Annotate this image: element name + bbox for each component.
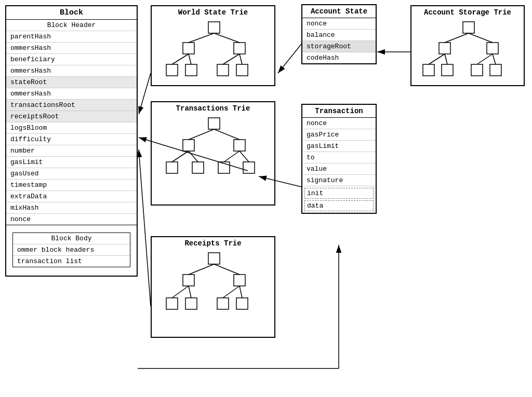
svg-line-23 (445, 54, 447, 64)
field-extraData: extraData (6, 191, 137, 202)
transactions-tree-svg (152, 114, 276, 204)
receipts-trie-tree (152, 249, 274, 337)
svg-line-12 (240, 54, 242, 64)
svg-rect-41 (234, 275, 245, 286)
field-transactionsRoot: transactionsRoot (6, 100, 137, 111)
svg-line-33 (189, 129, 214, 140)
field-mixHash: mixHash (6, 202, 137, 214)
account-field-storageRoot: storageRoot (302, 41, 376, 52)
diagram-container: Block Block Header parentHash ommersHash… (0, 0, 532, 397)
svg-line-8 (214, 33, 240, 43)
svg-line-9 (172, 54, 189, 64)
transaction-field-gasLimit: gasLimit (302, 141, 376, 152)
account-field-balance: balance (302, 30, 376, 41)
worldstate-account-arrow (278, 44, 301, 73)
field-transaction-list: transaction list (13, 256, 130, 267)
field-ommersHash2: ommersHash (6, 65, 137, 77)
svg-line-20 (445, 33, 469, 43)
account-storage-trie-tree (411, 18, 524, 85)
field-ommersHash3: ommersHash (6, 88, 137, 100)
block-body-section: Block Body ommer block headers transacti… (12, 232, 130, 267)
svg-line-11 (223, 54, 240, 64)
svg-line-38 (240, 151, 249, 162)
svg-line-37 (224, 151, 240, 162)
transaction-field-init: init (304, 188, 374, 199)
block-body-wrapper: Block Body ommer block headers transacti… (6, 225, 137, 276)
transactions-trie-tree (152, 114, 274, 204)
svg-line-51 (240, 286, 242, 298)
transaction-box: Transaction nonce gasPrice gasLimit to v… (301, 104, 377, 214)
svg-rect-13 (463, 22, 474, 33)
transaction-field-gasPrice: gasPrice (302, 129, 376, 141)
field-receiptsRoot: receiptsRoot (6, 111, 137, 122)
svg-rect-16 (423, 64, 434, 76)
svg-rect-31 (218, 162, 230, 173)
transaction-field-data: data (304, 200, 374, 211)
receipts-tree-svg (152, 249, 276, 337)
svg-rect-30 (192, 162, 204, 173)
field-number: number (6, 145, 137, 157)
svg-line-7 (189, 33, 214, 43)
field-stateRoot: stateRoot (6, 77, 137, 88)
svg-line-21 (469, 33, 493, 43)
receiptsroot-arrow (139, 149, 151, 306)
svg-line-24 (477, 54, 493, 64)
account-field-nonce: nonce (302, 18, 376, 30)
svg-line-10 (189, 54, 191, 64)
transaction-field-nonce: nonce (302, 118, 376, 129)
svg-rect-6 (236, 64, 248, 76)
account-storage-trie-box: Account Storage Trie (410, 5, 525, 86)
svg-rect-29 (166, 162, 178, 173)
svg-line-36 (189, 151, 198, 162)
block-header-label: Block Header (6, 20, 137, 31)
svg-rect-14 (439, 43, 450, 54)
svg-line-22 (429, 54, 445, 64)
account-state-title: Account State (302, 5, 376, 18)
transactions-trie-title: Transactions Trie (152, 102, 274, 114)
block-header-section: Block Header parentHash ommersHash benef… (6, 20, 137, 225)
svg-rect-1 (183, 43, 194, 54)
receipts-trie-box: Receipts Trie (151, 236, 275, 338)
field-gasLimit: gasLimit (6, 157, 137, 168)
svg-line-50 (223, 286, 240, 298)
svg-rect-0 (208, 22, 220, 33)
transactions-trie-box: Transactions Trie (151, 101, 275, 206)
svg-rect-19 (490, 64, 501, 76)
transaction-field-value: value (302, 163, 376, 175)
svg-line-25 (493, 54, 496, 64)
world-state-tree-svg (152, 18, 276, 85)
svg-rect-39 (208, 253, 220, 264)
field-beneficiary: beneficiary (6, 54, 137, 65)
field-logsBloom: logsBloom (6, 122, 137, 134)
account-storage-tree-svg (411, 18, 526, 85)
field-gasUsed: gasUsed (6, 168, 137, 180)
world-state-trie-box: World State Trie (151, 5, 275, 86)
svg-rect-5 (217, 64, 229, 76)
account-field-codeHash: codeHash (302, 52, 376, 63)
svg-rect-32 (243, 162, 255, 173)
svg-rect-28 (234, 140, 245, 151)
stateroot-arrow (139, 73, 151, 114)
svg-rect-43 (185, 298, 197, 309)
account-state-box: Account State nonce balance storageRoot … (301, 4, 377, 64)
svg-rect-44 (217, 298, 229, 309)
svg-rect-15 (487, 43, 498, 54)
svg-line-35 (172, 151, 189, 162)
block-body-label: Block Body (13, 233, 130, 244)
svg-rect-17 (442, 64, 453, 76)
svg-line-48 (172, 286, 189, 298)
world-state-trie-tree (152, 18, 274, 85)
block-title: Block (6, 6, 137, 20)
svg-rect-3 (166, 64, 178, 76)
svg-rect-26 (208, 118, 220, 129)
svg-rect-4 (185, 64, 197, 76)
svg-rect-27 (183, 140, 194, 151)
field-timestamp: timestamp (6, 180, 137, 191)
svg-rect-2 (234, 43, 245, 54)
account-storage-trie-title: Account Storage Trie (411, 6, 524, 18)
svg-line-49 (189, 286, 191, 298)
world-state-trie-title: World State Trie (152, 6, 274, 18)
svg-rect-42 (166, 298, 178, 309)
receipts-trie-title: Receipts Trie (152, 237, 274, 249)
transaction-field-signature: signature (302, 175, 376, 186)
